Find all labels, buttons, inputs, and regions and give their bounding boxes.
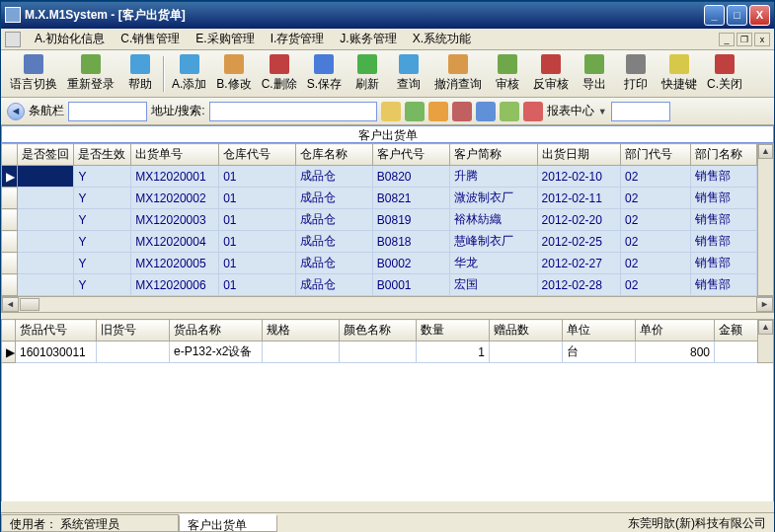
col-header[interactable]: 是否生效 — [74, 144, 131, 166]
table-row[interactable]: YMX1202000401成品仓B0818慧峰制衣厂2012-02-2502销售… — [2, 231, 757, 253]
col-header[interactable]: 货品代号 — [16, 320, 97, 342]
mdi-minimize-button[interactable]: _ — [719, 33, 735, 46]
cell-whc[interactable]: 01 — [219, 253, 296, 274]
master-hscrollbar[interactable]: ◄► — [1, 296, 774, 313]
cell-unit[interactable]: 台 — [563, 342, 636, 363]
cell-whc[interactable]: 01 — [219, 188, 296, 209]
cell-date[interactable]: 2012-02-10 — [537, 166, 621, 188]
maximize-button[interactable]: □ — [727, 5, 747, 26]
cell-price[interactable]: 800 — [636, 342, 715, 363]
cell-effect[interactable]: Y — [74, 166, 131, 188]
cell-dc[interactable]: 02 — [621, 274, 691, 296]
cell-cc[interactable]: B0821 — [372, 188, 449, 209]
col-header[interactable]: 客户简称 — [449, 144, 537, 166]
cell-cn[interactable]: 升腾 — [449, 166, 537, 188]
cell-cn[interactable]: 宏国 — [449, 274, 537, 296]
toolbar-B.修改[interactable]: B.修改 — [211, 52, 256, 95]
col-header[interactable]: 颜色名称 — [340, 320, 417, 342]
nav-back-button[interactable]: ◄ — [7, 103, 25, 120]
cell-spec[interactable] — [263, 342, 340, 363]
cell-dn[interactable]: 销售部 — [691, 231, 757, 253]
cell-no[interactable]: MX12020003 — [131, 209, 219, 231]
cell-no[interactable]: MX12020002 — [131, 188, 219, 209]
toolbar-语言切换[interactable]: 语言切换 — [5, 52, 62, 95]
cell-cc[interactable]: B0819 — [372, 209, 449, 231]
col-header[interactable]: 部门代号 — [621, 144, 691, 166]
col-header[interactable]: 单价 — [636, 320, 715, 342]
toolbar-icon-5[interactable] — [476, 102, 496, 121]
cell-no[interactable]: MX12020005 — [131, 253, 219, 274]
close-button[interactable]: X — [749, 5, 770, 26]
col-header[interactable]: 单位 — [563, 320, 636, 342]
table-row[interactable]: YMX1202000201成品仓B0821溦波制衣厂2012-02-1102销售… — [2, 188, 757, 209]
col-header[interactable]: 赠品数 — [490, 320, 563, 342]
cell-whn[interactable]: 成品仓 — [295, 188, 372, 209]
cell-cn[interactable]: 裕林紡織 — [449, 209, 537, 231]
cell-cc[interactable]: B0818 — [372, 231, 449, 253]
toolbar-A.添加[interactable]: A.添加 — [167, 52, 211, 95]
cell-date[interactable]: 2012-02-20 — [537, 209, 621, 231]
toolbar-快捷键[interactable]: 快捷键 — [657, 52, 702, 95]
cell-cn[interactable]: 溦波制衣厂 — [449, 188, 537, 209]
cell-date[interactable]: 2012-02-25 — [537, 231, 621, 253]
col-header[interactable]: 旧货号 — [97, 320, 170, 342]
cell-dn[interactable]: 销售部 — [691, 274, 757, 296]
table-row[interactable]: ▶YMX1202000101成品仓B0820升腾2012-02-1002销售部 — [2, 166, 757, 188]
col-header[interactable]: 部门名称 — [691, 144, 757, 166]
report-center-label[interactable]: 报表中心 — [547, 103, 594, 119]
col-header[interactable]: 仓库代号 — [219, 144, 296, 166]
cell-dc[interactable]: 02 — [621, 253, 691, 274]
col-header[interactable]: 货品名称 — [170, 320, 263, 342]
toolbar-C.关闭[interactable]: C.关闭 — [702, 52, 747, 95]
cell-dc[interactable]: 02 — [621, 231, 691, 253]
toolbar-帮助[interactable]: 帮助 — [119, 52, 161, 95]
detail-grid[interactable]: 货品代号旧货号货品名称规格颜色名称数量赠品数单位单价金额▶1601030011e… — [1, 319, 757, 363]
col-header[interactable]: 规格 — [263, 320, 340, 342]
cell-whc[interactable]: 01 — [219, 231, 296, 253]
cell-cn[interactable]: 慧峰制衣厂 — [449, 231, 537, 253]
cell-dn[interactable]: 销售部 — [691, 253, 757, 274]
cell-dc[interactable]: 02 — [621, 188, 691, 209]
cell-dn[interactable]: 销售部 — [691, 188, 757, 209]
cell-whn[interactable]: 成品仓 — [295, 166, 372, 188]
cell-gift[interactable] — [490, 342, 563, 363]
col-header[interactable]: 数量 — [417, 320, 490, 342]
cell-signed[interactable] — [17, 209, 74, 231]
toolbar-icon-3[interactable] — [428, 102, 448, 121]
cell-whn[interactable]: 成品仓 — [295, 274, 372, 296]
cell-signed[interactable] — [17, 188, 74, 209]
toolbar-重新登录[interactable]: 重新登录 — [62, 52, 119, 95]
toolbar-icon-2[interactable] — [405, 102, 425, 121]
minimize-button[interactable]: _ — [704, 5, 725, 26]
report-input[interactable] — [611, 102, 670, 121]
cell-whc[interactable]: 01 — [219, 209, 296, 231]
status-tab[interactable]: 客户出货单 — [179, 514, 277, 532]
master-grid[interactable]: 是否签回是否生效出货单号仓库代号仓库名称客户代号客户简称出货日期部门代号部门名称… — [1, 143, 757, 296]
col-header[interactable]: 是否签回 — [17, 144, 74, 166]
detail-vscrollbar[interactable]: ▲ — [757, 319, 774, 363]
col-header[interactable]: 仓库名称 — [295, 144, 372, 166]
table-row[interactable]: YMX1202000501成品仓B0002华龙2012-02-2702销售部 — [2, 253, 757, 274]
cell-no[interactable]: MX12020004 — [131, 231, 219, 253]
cell-code[interactable]: 1601030011 — [16, 342, 97, 363]
cell-amt[interactable] — [715, 342, 758, 363]
toolbar-icon-7[interactable] — [523, 102, 543, 121]
toolbar-icon-1[interactable] — [381, 102, 401, 121]
cell-effect[interactable]: Y — [74, 188, 131, 209]
col-header[interactable]: 出货日期 — [537, 144, 621, 166]
toolbar-导出[interactable]: 导出 — [574, 52, 615, 95]
cell-signed[interactable] — [17, 274, 74, 296]
cell-dn[interactable]: 销售部 — [691, 166, 757, 188]
cell-effect[interactable]: Y — [74, 209, 131, 231]
toolbar-查询[interactable]: 查询 — [388, 52, 429, 95]
cell-signed[interactable] — [17, 166, 74, 188]
cell-cc[interactable]: B0820 — [372, 166, 449, 188]
cell-cc[interactable]: B0001 — [372, 274, 449, 296]
table-row[interactable]: YMX1202000301成品仓B0819裕林紡織2012-02-2002销售部 — [2, 209, 757, 231]
menu-item-3[interactable]: I.存货管理 — [263, 29, 333, 49]
menu-item-2[interactable]: E.采购管理 — [188, 29, 262, 49]
cell-signed[interactable] — [17, 231, 74, 253]
toolbar-icon-6[interactable] — [500, 102, 519, 121]
cell-color[interactable] — [340, 342, 417, 363]
cell-effect[interactable]: Y — [74, 231, 131, 253]
